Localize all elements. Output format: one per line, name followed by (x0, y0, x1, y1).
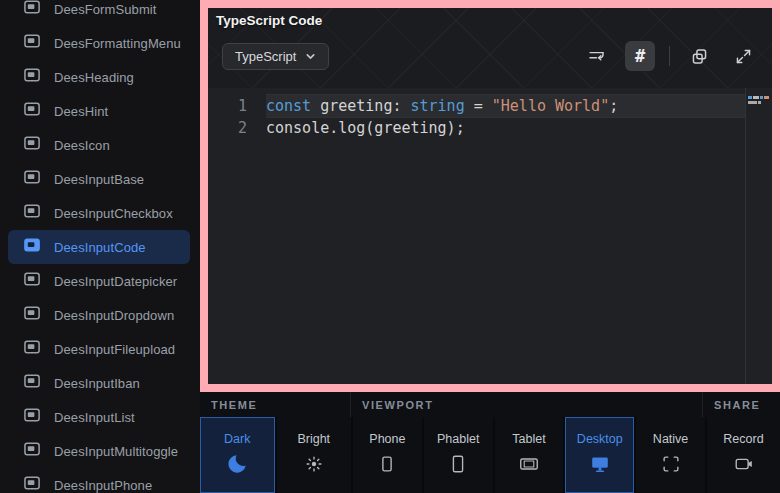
button-label: Record (723, 432, 763, 446)
record-icon (733, 453, 755, 479)
sidebar-item-deesinputdatepicker[interactable]: DeesInputDatepicker (8, 264, 190, 298)
sidebar-item-label: DeesHint (54, 104, 108, 119)
tablet-button[interactable]: Tablet (495, 417, 564, 493)
component-icon (24, 0, 41, 18)
sidebar-item-deesinputdropdown[interactable]: DeesInputDropdown (8, 298, 190, 332)
minimap-mark (748, 101, 764, 104)
sidebar-item-deesformsubmit[interactable]: DeesFormSubmit (8, 0, 190, 26)
section-buttons-share: Record (707, 417, 780, 493)
component-icon (24, 34, 41, 52)
sidebar-item-deesinputmultitoggle[interactable]: DeesInputMultitoggle (8, 434, 190, 468)
desktop-button[interactable]: Desktop (565, 417, 634, 493)
button-label: Phablet (437, 432, 479, 446)
code-editor[interactable]: 1const greeting: string = "Hello World";… (208, 88, 772, 384)
section-header-theme: THEME (200, 392, 351, 417)
demo-title: TypeScript Code (208, 8, 772, 28)
chevron-down-icon (305, 51, 316, 62)
sidebar-item-label: DeesFormattingMenu (54, 36, 181, 51)
code-line: 1const greeting: string = "Hello World"; (208, 95, 745, 117)
language-select-value: TypeScript (235, 49, 296, 64)
sidebar-item-label: DeesInputDatepicker (54, 274, 177, 289)
native-icon (660, 453, 682, 479)
phablet-icon (447, 453, 469, 479)
button-label: Dark (224, 432, 250, 446)
desktop-icon (589, 453, 611, 479)
section-header-viewport: VIEWPORT (351, 392, 703, 417)
sidebar-item-deesheading[interactable]: DeesHeading (8, 60, 190, 94)
sidebar-item-deesicon[interactable]: DeesIcon (8, 128, 190, 162)
component-icon (24, 272, 41, 290)
line-number: 2 (208, 117, 266, 139)
minimap-mark (748, 96, 769, 99)
sidebar-item-deesinputfileupload[interactable]: DeesInputFileupload (8, 332, 190, 366)
component-list: DeesFormSubmitDeesFormattingMenuDeesHead… (0, 0, 200, 493)
language-select[interactable]: TypeScript (222, 43, 329, 70)
sun-icon (303, 453, 325, 479)
phone-icon (376, 453, 398, 479)
code-lines: 1const greeting: string = "Hello World";… (208, 95, 745, 139)
component-icon (24, 238, 41, 256)
sidebar-item-label: DeesInputCode (54, 240, 146, 255)
sidebar-item-deesformattingmenu[interactable]: DeesFormattingMenu (8, 26, 190, 60)
component-icon (24, 306, 41, 324)
component-sidebar: DeesFormSubmitDeesFormattingMenuDeesHead… (0, 0, 200, 493)
sidebar-item-deesinputiban[interactable]: DeesInputIban (8, 366, 190, 400)
tablet-icon (518, 453, 540, 479)
component-icon (24, 442, 41, 460)
button-label: Native (653, 432, 688, 446)
component-icon (24, 408, 41, 426)
line-numbers-toggle-icon[interactable]: # (625, 41, 655, 71)
sidebar-item-deesinputcode[interactable]: DeesInputCode (8, 230, 190, 264)
dark-button[interactable]: Dark (200, 417, 275, 493)
code-line: 2console.log(greeting); (208, 117, 745, 139)
minimap[interactable] (745, 88, 772, 384)
section-buttons-viewport: PhonePhabletTabletDesktopNative (353, 417, 705, 493)
sidebar-item-deesinputbase[interactable]: DeesInputBase (8, 162, 190, 196)
editor-toolbar: TypeScript # (222, 41, 758, 71)
phablet-button[interactable]: Phablet (424, 417, 493, 493)
panel-buttons: DarkBrightPhonePhabletTabletDesktopNativ… (200, 417, 780, 493)
component-icon (24, 68, 41, 86)
native-button[interactable]: Native (636, 417, 705, 493)
component-icon (24, 476, 41, 493)
phone-button[interactable]: Phone (353, 417, 422, 493)
demo-frame: TypeScript Code TypeScript # (200, 0, 780, 392)
code-line-content[interactable]: const greeting: string = "Hello World"; (266, 95, 745, 117)
sidebar-item-label: DeesInputList (54, 410, 135, 425)
toolbar-divider (669, 46, 670, 66)
sidebar-item-label: DeesInputMultitoggle (54, 444, 178, 459)
button-label: Phone (369, 432, 405, 446)
sidebar-item-label: DeesInputIban (54, 376, 140, 391)
sidebar-item-label: DeesInputDropdown (54, 308, 174, 323)
panel-section-headers: THEMEVIEWPORTSHARE (200, 392, 780, 417)
section-buttons-theme: DarkBright (200, 417, 351, 493)
word-wrap-icon[interactable] (581, 41, 611, 71)
fullscreen-icon[interactable] (728, 41, 758, 71)
code-line-content[interactable]: console.log(greeting); (266, 117, 745, 139)
component-icon (24, 136, 41, 154)
button-label: Bright (297, 432, 330, 446)
component-icon (24, 102, 41, 120)
properties-panel: THEMEVIEWPORTSHARE DarkBrightPhonePhable… (200, 392, 780, 493)
toolbar-icons: # (581, 41, 758, 71)
sidebar-item-label: DeesFormSubmit (54, 2, 157, 17)
copy-icon[interactable] (684, 41, 714, 71)
sidebar-item-deesinputphone[interactable]: DeesInputPhone (8, 468, 190, 493)
bright-button[interactable]: Bright (277, 417, 352, 493)
sidebar-item-label: DeesInputBase (54, 172, 144, 187)
sidebar-item-label: DeesInputFileupload (54, 342, 175, 357)
sidebar-item-deesinputlist[interactable]: DeesInputList (8, 400, 190, 434)
sidebar-item-label: DeesIcon (54, 138, 110, 153)
moon-icon (226, 453, 248, 479)
section-header-share: SHARE (703, 392, 780, 417)
sidebar-item-label: DeesInputPhone (54, 478, 152, 493)
record-button[interactable]: Record (707, 417, 780, 493)
sidebar-item-label: DeesHeading (54, 70, 134, 85)
component-icon (24, 170, 41, 188)
sidebar-item-label: DeesInputCheckbox (54, 206, 173, 221)
component-icon (24, 374, 41, 392)
demo-content: TypeScript Code TypeScript # (208, 8, 772, 384)
component-icon (24, 204, 41, 222)
sidebar-item-deesinputcheckbox[interactable]: DeesInputCheckbox (8, 196, 190, 230)
sidebar-item-deeshint[interactable]: DeesHint (8, 94, 190, 128)
